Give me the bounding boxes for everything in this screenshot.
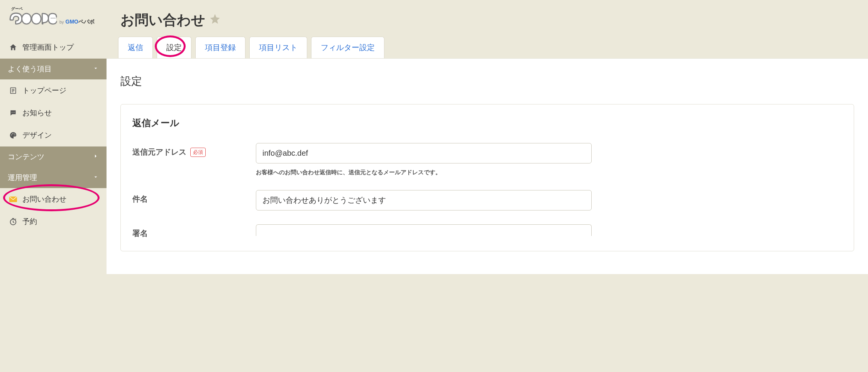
tab-label-item-list: 項目リスト [259, 43, 298, 52]
sidebar-section-contents[interactable]: コンテンツ [0, 146, 107, 167]
svg-point-11 [14, 112, 15, 113]
sidebar: グーペ [0, 0, 107, 372]
content-heading: 設定 [120, 74, 854, 89]
tab-item-list[interactable]: 項目リスト [249, 37, 307, 58]
tab-reply[interactable]: 返信 [118, 37, 153, 58]
form-row-signature: 署名 [132, 224, 842, 239]
reply-mail-card: 返信メール 送信元アドレス 必須 お客様へのお問い合わせ返信時に、送信元となるメ… [120, 104, 854, 251]
tab-bar: 返信 設定 項目登録 項目リスト フィルター設定 [107, 37, 868, 58]
page-title: お問い合わせ [120, 11, 205, 30]
sidebar-item-design[interactable]: デザイン [0, 124, 107, 146]
svg-point-13 [12, 133, 13, 134]
sidebar-item-toppage[interactable]: トップページ [0, 79, 107, 102]
from-address-input[interactable] [256, 143, 592, 163]
subject-input[interactable] [256, 190, 592, 210]
form-field-col: お客様へのお問い合わせ返信時に、送信元となるメールアドレスです。 [256, 143, 842, 176]
goope-logo: グーペ [7, 6, 57, 29]
svg-point-14 [14, 133, 14, 134]
required-badge: 必須 [190, 148, 206, 157]
logo-company: GMOペパボ [66, 19, 95, 25]
star-icon[interactable] [209, 13, 221, 28]
svg-point-10 [13, 112, 14, 113]
sidebar-label-news: お知らせ [22, 108, 52, 118]
tab-label-filter-settings: フィルター設定 [321, 43, 375, 52]
sidebar-section-frequent[interactable]: よく使う項目 [0, 59, 107, 79]
form-row-subject: 件名 [132, 190, 842, 210]
sidebar-label-contact: お問い合わせ [22, 194, 66, 204]
logo-byline: by GMOペパボ [59, 22, 95, 29]
tab-filter-settings[interactable]: フィルター設定 [311, 37, 384, 58]
page-icon [8, 86, 19, 95]
form-field-col [256, 224, 842, 236]
tab-label-settings: 設定 [166, 43, 182, 52]
tab-settings[interactable]: 設定 [157, 37, 191, 58]
sidebar-label-reservation: 予約 [22, 217, 37, 227]
svg-point-9 [12, 112, 12, 113]
card-title: 返信メール [132, 117, 842, 129]
sidebar-label-toppage: トップページ [22, 86, 66, 96]
svg-point-4 [32, 14, 41, 24]
signature-label: 署名 [132, 228, 148, 239]
svg-text:グーペ: グーペ [11, 7, 23, 11]
logo-by-text: by [59, 20, 64, 24]
form-row-from-address: 送信元アドレス 必須 お客様へのお問い合わせ返信時に、送信元となるメールアドレス… [132, 143, 842, 176]
home-icon [8, 43, 19, 52]
from-address-label: 送信元アドレス [132, 147, 186, 157]
tab-label-item-register: 項目登録 [205, 43, 236, 52]
chevron-right-icon [93, 153, 99, 161]
tab-item-register[interactable]: 項目登録 [195, 37, 245, 58]
sidebar-section-operation[interactable]: 運用管理 [0, 167, 107, 188]
sidebar-label-design: デザイン [22, 130, 52, 140]
tab-label-reply: 返信 [128, 43, 143, 52]
clock-icon [8, 217, 19, 226]
sidebar-item-reservation[interactable]: 予約 [0, 210, 107, 233]
from-address-help: お客様へのお問い合わせ返信時に、送信元となるメールアドレスです。 [256, 169, 842, 176]
mail-icon [8, 195, 19, 204]
svg-point-12 [11, 135, 12, 135]
sidebar-label-frequent: よく使う項目 [8, 64, 52, 74]
form-label-col: 送信元アドレス 必須 [132, 143, 248, 157]
signature-textarea[interactable] [256, 224, 592, 236]
palette-icon [8, 131, 19, 140]
content-panel: 設定 返信メール 送信元アドレス 必須 お客様へのお問い合わせ返信時に、送信元と… [107, 58, 868, 274]
page-header: お問い合わせ [107, 0, 868, 37]
chevron-down-icon [93, 65, 99, 73]
sidebar-label-operation: 運用管理 [8, 173, 37, 183]
form-label-col: 署名 [132, 224, 248, 239]
sidebar-item-news[interactable]: お知らせ [0, 102, 107, 124]
sidebar-item-admin-top[interactable]: 管理画面トップ [0, 36, 107, 59]
subject-label: 件名 [132, 194, 148, 204]
chevron-down-icon [93, 174, 99, 182]
form-label-col: 件名 [132, 190, 248, 204]
sidebar-label-admin-top: 管理画面トップ [22, 42, 74, 52]
chat-icon [8, 108, 19, 118]
svg-point-15 [14, 135, 15, 135]
sidebar-item-contact[interactable]: お問い合わせ [0, 188, 107, 210]
sidebar-label-contents: コンテンツ [8, 152, 44, 162]
svg-point-3 [22, 14, 30, 24]
form-field-col [256, 190, 842, 210]
logo-area: グーペ [0, 0, 107, 36]
main-content: お問い合わせ 返信 設定 項目登録 項目リスト フィルター設定 [107, 0, 868, 372]
